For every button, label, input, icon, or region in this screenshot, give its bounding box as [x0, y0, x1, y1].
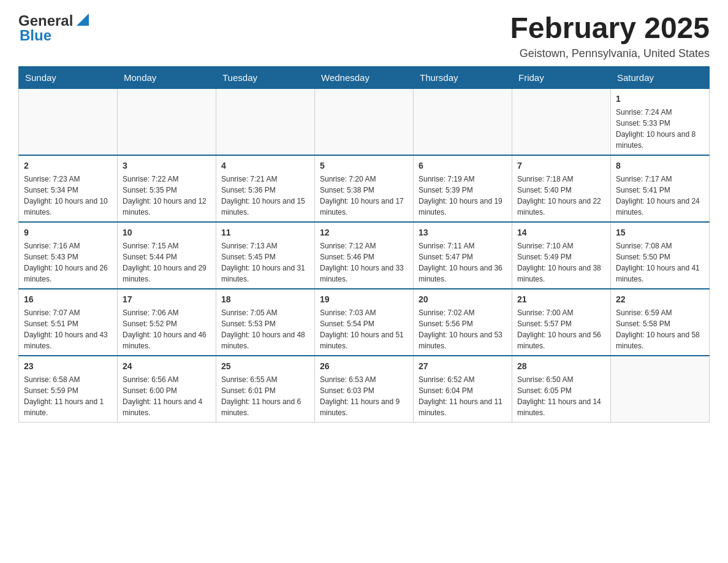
calendar-week-3: 9Sunrise: 7:16 AMSunset: 5:43 PMDaylight… — [19, 222, 710, 289]
table-row: 13Sunrise: 7:11 AMSunset: 5:47 PMDayligh… — [414, 222, 512, 289]
day-number: 20 — [419, 293, 507, 306]
day-number: 14 — [517, 226, 605, 239]
col-monday: Monday — [118, 67, 216, 88]
table-row: 23Sunrise: 6:58 AMSunset: 5:59 PMDayligh… — [19, 356, 118, 423]
day-info: Sunrise: 6:52 AMSunset: 6:04 PMDaylight:… — [419, 374, 507, 418]
col-wednesday: Wednesday — [315, 67, 414, 88]
table-row: 17Sunrise: 7:06 AMSunset: 5:52 PMDayligh… — [118, 289, 216, 356]
table-row — [19, 88, 118, 155]
svg-marker-0 — [77, 13, 89, 26]
table-row: 26Sunrise: 6:53 AMSunset: 6:03 PMDayligh… — [315, 356, 414, 423]
table-row — [611, 356, 710, 423]
day-info: Sunrise: 7:15 AMSunset: 5:44 PMDaylight:… — [123, 240, 211, 285]
day-number: 27 — [419, 360, 507, 373]
logo-triangle-icon — [74, 11, 91, 28]
day-info: Sunrise: 7:22 AMSunset: 5:35 PMDaylight:… — [123, 174, 211, 218]
calendar-header-row: Sunday Monday Tuesday Wednesday Thursday… — [19, 67, 710, 88]
day-info: Sunrise: 7:11 AMSunset: 5:47 PMDaylight:… — [419, 240, 507, 285]
day-info: Sunrise: 7:06 AMSunset: 5:52 PMDaylight:… — [123, 307, 211, 351]
day-number: 22 — [616, 293, 704, 306]
table-row: 6Sunrise: 7:19 AMSunset: 5:39 PMDaylight… — [414, 155, 512, 222]
table-row: 5Sunrise: 7:20 AMSunset: 5:38 PMDaylight… — [315, 155, 414, 222]
table-row — [216, 88, 315, 155]
col-friday: Friday — [512, 67, 611, 88]
day-info: Sunrise: 6:53 AMSunset: 6:03 PMDaylight:… — [320, 374, 408, 418]
day-number: 26 — [320, 360, 408, 373]
day-info: Sunrise: 7:17 AMSunset: 5:41 PMDaylight:… — [616, 174, 704, 218]
day-number: 3 — [123, 159, 211, 172]
day-info: Sunrise: 7:21 AMSunset: 5:36 PMDaylight:… — [221, 174, 309, 218]
logo-blue: Blue — [20, 27, 51, 44]
logo: General Blue — [18, 12, 91, 44]
day-number: 7 — [517, 159, 605, 172]
day-number: 16 — [24, 293, 112, 306]
day-info: Sunrise: 7:16 AMSunset: 5:43 PMDaylight:… — [24, 240, 112, 285]
col-saturday: Saturday — [611, 67, 710, 88]
day-info: Sunrise: 7:19 AMSunset: 5:39 PMDaylight:… — [419, 174, 507, 218]
day-number: 28 — [517, 360, 605, 373]
day-number: 15 — [616, 226, 704, 239]
day-number: 23 — [24, 360, 112, 373]
day-number: 24 — [123, 360, 211, 373]
table-row: 7Sunrise: 7:18 AMSunset: 5:40 PMDaylight… — [512, 155, 611, 222]
table-row: 19Sunrise: 7:03 AMSunset: 5:54 PMDayligh… — [315, 289, 414, 356]
day-number: 1 — [616, 93, 704, 105]
table-row: 22Sunrise: 6:59 AMSunset: 5:58 PMDayligh… — [611, 289, 710, 356]
day-number: 10 — [123, 226, 211, 239]
day-info: Sunrise: 7:00 AMSunset: 5:57 PMDaylight:… — [517, 307, 605, 351]
day-info: Sunrise: 7:18 AMSunset: 5:40 PMDaylight:… — [517, 174, 605, 218]
day-number: 21 — [517, 293, 605, 306]
table-row: 25Sunrise: 6:55 AMSunset: 6:01 PMDayligh… — [216, 356, 315, 423]
day-info: Sunrise: 7:24 AMSunset: 5:33 PMDaylight:… — [616, 107, 704, 151]
col-tuesday: Tuesday — [216, 67, 315, 88]
table-row — [512, 88, 611, 155]
day-info: Sunrise: 7:10 AMSunset: 5:49 PMDaylight:… — [517, 240, 605, 285]
calendar-subtitle: Geistown, Pennsylvania, United States — [510, 47, 710, 60]
table-row: 18Sunrise: 7:05 AMSunset: 5:53 PMDayligh… — [216, 289, 315, 356]
day-info: Sunrise: 6:50 AMSunset: 6:05 PMDaylight:… — [517, 374, 605, 418]
table-row: 28Sunrise: 6:50 AMSunset: 6:05 PMDayligh… — [512, 356, 611, 423]
calendar-title: February 2025 — [510, 12, 710, 45]
table-row — [315, 88, 414, 155]
day-number: 9 — [24, 226, 112, 239]
table-row: 8Sunrise: 7:17 AMSunset: 5:41 PMDaylight… — [611, 155, 710, 222]
table-row: 21Sunrise: 7:00 AMSunset: 5:57 PMDayligh… — [512, 289, 611, 356]
col-thursday: Thursday — [414, 67, 512, 88]
calendar-week-4: 16Sunrise: 7:07 AMSunset: 5:51 PMDayligh… — [19, 289, 710, 356]
table-row: 3Sunrise: 7:22 AMSunset: 5:35 PMDaylight… — [118, 155, 216, 222]
table-row — [414, 88, 512, 155]
table-row — [118, 88, 216, 155]
day-number: 2 — [24, 159, 112, 172]
day-number: 4 — [221, 159, 309, 172]
day-info: Sunrise: 7:05 AMSunset: 5:53 PMDaylight:… — [221, 307, 309, 351]
page-header: General Blue February 2025 Geistown, Pen… — [18, 12, 710, 60]
calendar-week-1: 1Sunrise: 7:24 AMSunset: 5:33 PMDaylight… — [19, 88, 710, 155]
day-number: 6 — [419, 159, 507, 172]
day-number: 13 — [419, 226, 507, 239]
table-row: 24Sunrise: 6:56 AMSunset: 6:00 PMDayligh… — [118, 356, 216, 423]
table-row: 15Sunrise: 7:08 AMSunset: 5:50 PMDayligh… — [611, 222, 710, 289]
day-number: 8 — [616, 159, 704, 172]
title-section: February 2025 Geistown, Pennsylvania, Un… — [510, 12, 710, 60]
day-number: 18 — [221, 293, 309, 306]
day-info: Sunrise: 7:08 AMSunset: 5:50 PMDaylight:… — [616, 240, 704, 285]
table-row: 1Sunrise: 7:24 AMSunset: 5:33 PMDaylight… — [611, 88, 710, 155]
table-row: 16Sunrise: 7:07 AMSunset: 5:51 PMDayligh… — [19, 289, 118, 356]
day-info: Sunrise: 6:56 AMSunset: 6:00 PMDaylight:… — [123, 374, 211, 418]
table-row: 20Sunrise: 7:02 AMSunset: 5:56 PMDayligh… — [414, 289, 512, 356]
day-info: Sunrise: 7:23 AMSunset: 5:34 PMDaylight:… — [24, 174, 112, 218]
calendar-table: Sunday Monday Tuesday Wednesday Thursday… — [18, 66, 710, 423]
table-row: 12Sunrise: 7:12 AMSunset: 5:46 PMDayligh… — [315, 222, 414, 289]
day-number: 12 — [320, 226, 408, 239]
calendar-week-2: 2Sunrise: 7:23 AMSunset: 5:34 PMDaylight… — [19, 155, 710, 222]
day-number: 17 — [123, 293, 211, 306]
day-info: Sunrise: 7:20 AMSunset: 5:38 PMDaylight:… — [320, 174, 408, 218]
table-row: 2Sunrise: 7:23 AMSunset: 5:34 PMDaylight… — [19, 155, 118, 222]
day-info: Sunrise: 6:59 AMSunset: 5:58 PMDaylight:… — [616, 307, 704, 351]
table-row: 14Sunrise: 7:10 AMSunset: 5:49 PMDayligh… — [512, 222, 611, 289]
day-number: 19 — [320, 293, 408, 306]
day-number: 25 — [221, 360, 309, 373]
table-row: 10Sunrise: 7:15 AMSunset: 5:44 PMDayligh… — [118, 222, 216, 289]
calendar-week-5: 23Sunrise: 6:58 AMSunset: 5:59 PMDayligh… — [19, 356, 710, 423]
day-info: Sunrise: 7:12 AMSunset: 5:46 PMDaylight:… — [320, 240, 408, 285]
